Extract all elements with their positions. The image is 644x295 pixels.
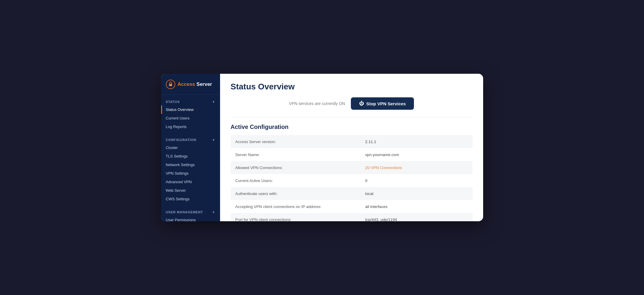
sidebar-section-status: STATUS▼Status OverviewCurrent UsersLog R… (161, 95, 220, 133)
sidebar-section-header-user-management[interactable]: USER MANAGEMENT▼ (161, 209, 220, 216)
config-label: Access Server version: (231, 137, 361, 147)
sidebar-item-network-settings[interactable]: Network Settings (161, 160, 220, 169)
config-label: Port for VPN client connections: (231, 214, 361, 222)
config-value: all interfaces (361, 201, 473, 212)
chevron-icon: ▼ (212, 100, 215, 104)
config-label: Authenticate users with: (231, 189, 361, 199)
sidebar-item-web-server[interactable]: Web Server (161, 186, 220, 195)
power-icon: ⏻ (359, 101, 364, 106)
sidebar-item-tls-settings[interactable]: TLS Settings (161, 152, 220, 160)
stop-vpn-label: Stop VPN Services (366, 101, 406, 106)
sidebar-section-header-configuration[interactable]: CONFIGURATION▼ (161, 137, 220, 143)
svg-point-2 (170, 85, 171, 86)
config-value: 0 (361, 176, 473, 186)
logo-icon (166, 80, 175, 89)
sidebar-section-configuration: CONFIGURATION▼ClusterTLS SettingsNetwork… (161, 133, 220, 205)
table-row: Access Server version:2.11.1 (231, 135, 473, 148)
sidebar-item-vpn-settings[interactable]: VPN Settings (161, 169, 220, 178)
sidebar-item-log-reports[interactable]: Log Reports (161, 122, 220, 131)
config-value: local (361, 189, 473, 199)
config-label: Server Name: (231, 150, 361, 160)
vpn-status-bar: VPN services are currently ON ⏻ Stop VPN… (231, 97, 473, 110)
table-row: Accepting VPN client connections on IP a… (231, 200, 473, 213)
vpn-status-text: VPN services are currently ON (289, 101, 345, 106)
config-value: 20 VPN Connections (361, 163, 473, 173)
sidebar-item-cluster[interactable]: Cluster (161, 143, 220, 152)
divider (231, 117, 473, 117)
sidebar-item-cws-settings[interactable]: CWS Settings (161, 195, 220, 203)
config-label: Accepting VPN client connections on IP a… (231, 201, 361, 212)
app-container: Access Server STATUS▼Status OverviewCurr… (161, 74, 483, 221)
sidebar-sections: STATUS▼Status OverviewCurrent UsersLog R… (161, 95, 220, 221)
sidebar-section-header-status[interactable]: STATUS▼ (161, 99, 220, 105)
table-row: Port for VPN client connections:tcp/443,… (231, 213, 473, 221)
section-label: CONFIGURATION (166, 138, 196, 142)
config-value: vpn.yourname.com (361, 150, 473, 160)
section-label: STATUS (166, 100, 180, 104)
sidebar: Access Server STATUS▼Status OverviewCurr… (161, 74, 220, 221)
sidebar-item-status-overview[interactable]: Status Overview (161, 105, 220, 114)
config-value: tcp/443, udp/1194 (361, 214, 473, 222)
sidebar-item-user-permissions[interactable]: User Permissions (161, 216, 220, 221)
chevron-icon: ▼ (212, 138, 215, 142)
logo-server: Server (196, 81, 212, 87)
config-value: 2.11.1 (361, 137, 473, 147)
sidebar-item-current-users[interactable]: Current Users (161, 114, 220, 122)
sidebar-section-user-management: USER MANAGEMENT▼User PermissionsUser Pro… (161, 205, 220, 221)
table-row: Server Name:vpn.yourname.com (231, 148, 473, 161)
config-label: Current Active Users: (231, 176, 361, 186)
table-row: Allowed VPN Connections:20 VPN Connectio… (231, 161, 473, 174)
chevron-icon: ▼ (212, 211, 215, 214)
active-config-title: Active Configuration (231, 124, 473, 130)
stop-vpn-button[interactable]: ⏻ Stop VPN Services (351, 97, 414, 110)
table-row: Authenticate users with:local (231, 187, 473, 200)
table-row: Current Active Users:0 (231, 174, 473, 187)
section-label: USER MANAGEMENT (166, 210, 203, 214)
config-table: Access Server version:2.11.1Server Name:… (231, 135, 473, 221)
sidebar-item-advanced-vpn[interactable]: Advanced VPN (161, 178, 220, 186)
config-label: Allowed VPN Connections: (231, 163, 361, 173)
sidebar-logo: Access Server (161, 74, 220, 95)
logo-access: Access (178, 81, 195, 87)
page-title: Status Overview (231, 82, 473, 91)
main-content: Status Overview VPN services are current… (220, 74, 483, 221)
